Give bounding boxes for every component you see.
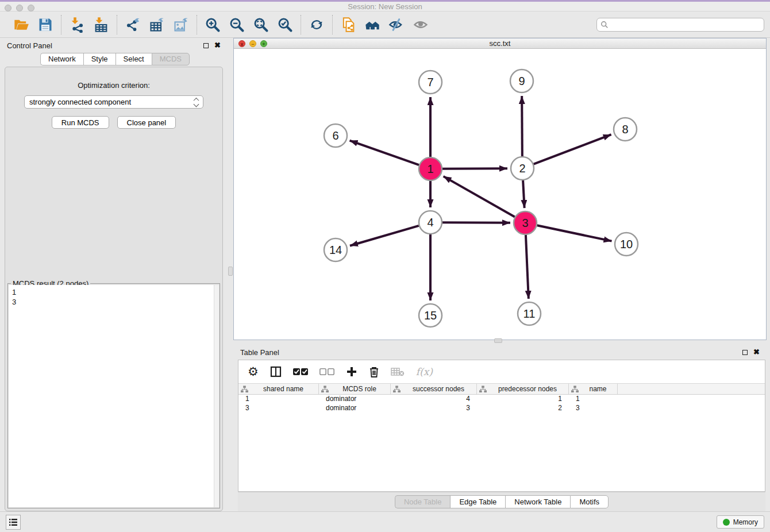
control-panel: Control Panel ✖ NetworkStyleSelectMCDS O…	[0, 38, 228, 511]
control-tab-style[interactable]: Style	[83, 53, 116, 65]
edge-4-14[interactable]	[350, 226, 419, 246]
edge-2-8[interactable]	[534, 134, 611, 164]
vertical-split-divider[interactable]	[228, 38, 233, 511]
delete-column-button[interactable]	[369, 366, 379, 377]
table-cell: 4	[391, 395, 477, 404]
optimization-dropdown[interactable]: strongly connected component	[24, 95, 203, 109]
table-tab-network-table[interactable]: Network Table	[505, 495, 570, 508]
svg-text:1: 1	[427, 163, 433, 175]
close-window-icon[interactable]	[5, 5, 11, 11]
zoom-fit-button[interactable]	[251, 16, 271, 34]
column-header-predecessor-nodes[interactable]: predecessor nodes	[477, 384, 569, 394]
select-all-button[interactable]	[293, 368, 308, 376]
graph-node-3[interactable]: 3	[514, 211, 537, 234]
control-tab-select[interactable]: Select	[116, 53, 152, 65]
status-bar: Memory	[0, 511, 770, 532]
dropdown-chevrons-icon	[194, 98, 198, 106]
save-session-button[interactable]	[36, 16, 55, 34]
edge-4-3[interactable]	[442, 222, 510, 223]
mcds-result-box: MCDS result (2 nodes) 1 3	[7, 283, 220, 508]
graph-node-1[interactable]: 1	[419, 157, 442, 180]
duplicate-network-button[interactable]	[338, 16, 358, 34]
edge-3-10[interactable]	[537, 225, 612, 241]
svg-text:7: 7	[427, 76, 433, 88]
zoom-selected-button[interactable]	[275, 16, 295, 34]
app-titlebar: Session: New Session	[0, 0, 770, 11]
open-session-button[interactable]	[11, 16, 31, 34]
table-row[interactable]: 3dominator323	[238, 404, 765, 413]
search-input[interactable]	[596, 18, 764, 32]
table-tab-motifs[interactable]: Motifs	[570, 495, 609, 508]
add-column-button[interactable]	[346, 366, 357, 377]
import-table-button[interactable]	[91, 16, 111, 34]
edge-3-11[interactable]	[526, 235, 529, 299]
column-header-shared-name[interactable]: shared name	[238, 384, 319, 394]
optimization-dropdown-value: strongly connected component	[29, 98, 131, 106]
maximize-window-icon[interactable]	[28, 5, 34, 11]
svg-text:15: 15	[424, 309, 437, 322]
network-window-title: scc.txt	[234, 39, 766, 48]
table-options-button[interactable]: ⚙	[248, 366, 259, 377]
graph-node-15[interactable]: 15	[419, 304, 442, 327]
control-tab-network[interactable]: Network	[40, 53, 83, 65]
first-neighbors-button[interactable]	[363, 16, 382, 34]
table-row[interactable]: 1dominator411	[238, 395, 765, 404]
zoom-in-button[interactable]	[203, 16, 222, 34]
graph-node-14[interactable]: 14	[324, 238, 347, 261]
edge-3-1[interactable]	[444, 176, 515, 217]
export-image-button[interactable]	[171, 16, 191, 34]
task-history-button[interactable]	[6, 515, 21, 530]
network-window-titlebar[interactable]: x − + scc.txt	[234, 38, 766, 49]
graph-node-4[interactable]: 4	[419, 211, 442, 234]
import-network-button[interactable]	[67, 16, 87, 34]
edge-2-9[interactable]	[522, 96, 522, 156]
column-header-successor-nodes[interactable]: successor nodes	[391, 384, 477, 394]
edge-1-6[interactable]	[350, 141, 419, 165]
run-mcds-button[interactable]: Run MCDS	[52, 116, 109, 129]
table-cell: 2	[477, 404, 569, 413]
node-table: shared nameMCDS rolesuccessor nodesprede…	[238, 383, 765, 491]
graph-node-6[interactable]: 6	[324, 124, 347, 147]
close-table-panel-icon[interactable]: ✖	[753, 349, 760, 355]
result-scrollbar[interactable]	[214, 285, 219, 507]
split-handle[interactable]	[494, 338, 502, 343]
graph-node-9[interactable]: 9	[510, 70, 533, 92]
edge-2-3[interactable]	[523, 180, 525, 208]
network-canvas[interactable]: 7968124314101511	[234, 49, 766, 340]
apply-layout-button[interactable]	[307, 16, 326, 34]
horizontal-split-divider[interactable]	[233, 340, 767, 345]
network-graph[interactable]: 7968124314101511	[234, 49, 766, 337]
function-builder-icon-disabled: f(x)	[416, 366, 433, 377]
graph-node-2[interactable]: 2	[511, 157, 534, 180]
graph-node-7[interactable]: 7	[419, 71, 442, 94]
table-tab-edge-table[interactable]: Edge Table	[450, 495, 505, 508]
search-field[interactable]	[609, 21, 760, 29]
graph-node-10[interactable]: 10	[615, 233, 638, 256]
show-hide-graphics-button[interactable]	[387, 16, 406, 34]
table-tab-node-table[interactable]: Node Table	[395, 495, 451, 508]
close-panel-button[interactable]: Close panel	[117, 116, 176, 129]
graph-node-8[interactable]: 8	[614, 118, 637, 141]
control-tab-mcds[interactable]: MCDS	[152, 53, 190, 65]
export-table-button[interactable]	[147, 16, 167, 34]
float-table-panel-icon[interactable]	[742, 350, 748, 355]
table-cell: 3	[238, 404, 319, 413]
minimize-window-icon[interactable]	[16, 5, 23, 11]
window-controls[interactable]	[5, 5, 34, 11]
table-tabs: Node TableEdge TableNetwork TableMotifs	[238, 492, 765, 511]
deselect-all-button[interactable]	[319, 368, 334, 376]
split-handle[interactable]	[228, 267, 233, 276]
edge-1-2[interactable]	[442, 168, 507, 169]
graph-node-11[interactable]: 11	[518, 302, 541, 325]
close-panel-icon[interactable]: ✖	[214, 43, 221, 48]
show-columns-button[interactable]	[270, 366, 282, 377]
delete-table-icon-disabled	[391, 367, 405, 376]
float-panel-icon[interactable]	[203, 43, 209, 48]
zoom-out-button[interactable]	[227, 16, 247, 34]
table-panel: Table Panel ✖ ⚙	[233, 345, 767, 511]
memory-button[interactable]: Memory	[717, 515, 764, 529]
svg-text:14: 14	[329, 244, 342, 256]
column-header-name[interactable]: name	[569, 384, 618, 394]
column-header-MCDS-role[interactable]: MCDS role	[319, 384, 391, 394]
export-network-button[interactable]	[123, 16, 143, 34]
